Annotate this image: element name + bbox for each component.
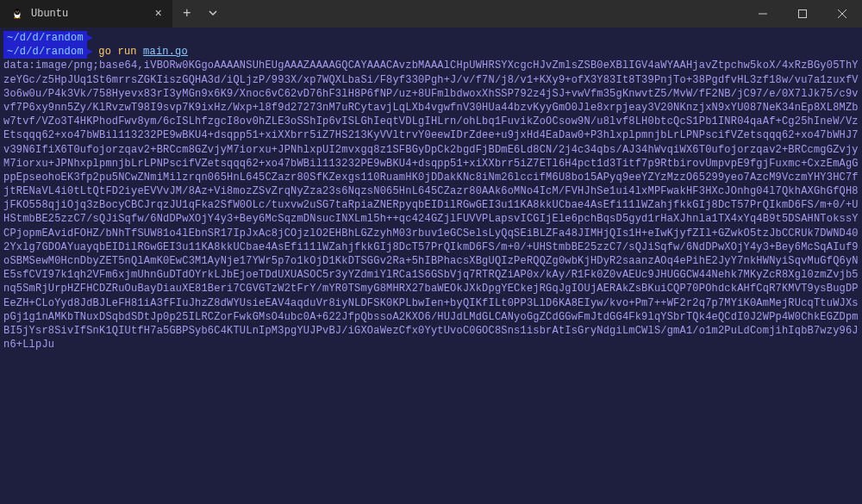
command-arg: main.go <box>143 46 188 58</box>
prompt-line-1: ~/d/d/random▶ <box>3 31 862 45</box>
svg-point-6 <box>18 17 21 18</box>
svg-point-3 <box>18 10 19 11</box>
prompt-arrow-icon: ▶ <box>87 45 93 59</box>
titlebar: Ubuntu × + <box>0 0 862 28</box>
new-tab-button[interactable]: + <box>172 6 202 22</box>
svg-point-5 <box>14 17 16 18</box>
svg-point-4 <box>16 12 18 13</box>
prompt-line-2: ~/d/d/random▶ go run main.go <box>3 45 862 59</box>
tabs-area: Ubuntu × + <box>0 0 224 28</box>
prompt-path: ~/d/d/random <box>3 31 87 45</box>
command-bin: go <box>98 46 111 58</box>
command: go run main.go <box>98 45 188 59</box>
minimize-button[interactable] <box>743 0 783 28</box>
close-button[interactable] <box>822 0 862 28</box>
tab-title: Ubuntu <box>31 8 148 20</box>
close-icon[interactable]: × <box>155 7 162 21</box>
penguin-icon <box>10 7 24 21</box>
maximize-button[interactable] <box>783 0 822 28</box>
terminal[interactable]: ~/d/d/random▶ ~/d/d/random▶ go run main.… <box>0 28 862 352</box>
prompt-arrow-icon: ▶ <box>87 31 93 45</box>
chevron-down-icon[interactable] <box>202 9 224 20</box>
command-sub: run <box>117 46 136 58</box>
svg-point-1 <box>15 9 20 15</box>
terminal-output: data:image/png;base64,iVBORw0KGgoAAAANSU… <box>3 59 862 352</box>
tab-ubuntu[interactable]: Ubuntu × <box>0 0 172 28</box>
prompt-path: ~/d/d/random <box>3 45 87 59</box>
svg-point-2 <box>16 10 16 11</box>
window-controls <box>743 0 862 28</box>
svg-rect-8 <box>799 10 807 18</box>
